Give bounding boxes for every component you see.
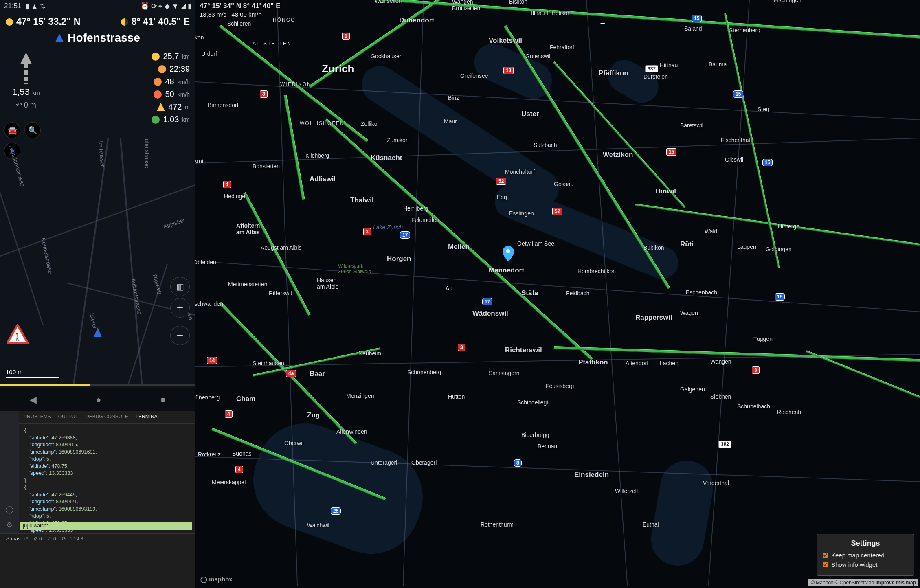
city-label: Hombrechtikon	[577, 268, 616, 274]
city-label: Wangen- Brüttisellen	[452, 0, 480, 11]
language-mode[interactable]: Go 1.14.3	[62, 536, 83, 542]
android-statusbar: 21:51 ▮ ▲ ⇅ ⏰ ⟳ ⌖ ◆ ▼ ◢ ▮	[0, 0, 195, 12]
settings-icon[interactable]: ⚙	[6, 520, 13, 529]
city-label: Wallisellen	[375, 0, 402, 4]
city-label: Steg	[758, 106, 769, 112]
city-label: Egg	[497, 194, 507, 200]
city-label: Bäretswil	[680, 122, 703, 129]
recent-button[interactable]: ■	[160, 395, 166, 405]
city-label: Saland	[684, 25, 702, 32]
ide-statusbar: ⎇ master* ⊘ 0 ⚠ 0 Go 1.14.3	[0, 533, 195, 543]
trip-stats: 25,7km 22:39 48km/h 50km/h 472m 1,03km	[152, 52, 190, 124]
city-label: Volketswil	[489, 37, 522, 45]
city-label: Gossau	[554, 181, 573, 187]
city-label: Hütten	[448, 393, 465, 400]
city-label: Maur	[444, 118, 457, 125]
city-label: Binz	[448, 94, 459, 101]
road-label: Anhaldenstrasse	[8, 145, 26, 188]
tab-terminal[interactable]: TERMINAL	[136, 414, 160, 421]
search-button[interactable]: 🔍	[24, 122, 41, 138]
city-label: Rifferswil	[269, 290, 292, 296]
city-label: Meierskappel	[212, 479, 246, 485]
ide-panel: ◯ ⚙ PROBLEMS OUTPUT DEBUG CONSOLE TERMIN…	[0, 411, 195, 543]
road-shield: 4	[235, 466, 243, 473]
mini-map[interactable]: Im Russer Neuhofstrasse Anhaldenstrasse …	[0, 138, 195, 386]
road-label: Islerer	[89, 312, 99, 329]
longitude: 8° 41' 40.5" E	[132, 16, 190, 27]
road-shield: 1	[342, 33, 350, 40]
city-label: Fehraltorf	[550, 44, 574, 50]
city-label: Wangen	[710, 358, 731, 365]
city-label: Cham	[236, 395, 255, 403]
road-shield: 15	[762, 159, 773, 166]
city-label: Baar	[310, 370, 325, 378]
road-label: Neuhofstrasse	[144, 138, 150, 168]
city-label: Aeschwanden	[195, 301, 223, 307]
stat-eta: 22:39	[169, 64, 190, 74]
city-label: Dübendorf	[399, 16, 434, 24]
map-info-widget: 47° 15' 34" N 8° 41' 40" E 13,33 m/s 48,…	[195, 0, 284, 20]
errors-count[interactable]: ⊘ 0	[34, 536, 42, 542]
tab-output[interactable]: OUTPUT	[58, 414, 78, 421]
city-label: Aeugst am Albis	[261, 244, 301, 251]
tab-debug-console[interactable]: DEBUG CONSOLE	[86, 414, 128, 421]
road-shield: 3	[752, 366, 760, 374]
warnings-count[interactable]: ⚠ 0	[48, 536, 56, 542]
android-navbar: ◀ ● ■	[0, 388, 195, 411]
city-label: Bubikon	[643, 244, 664, 251]
city-label: Goldingen	[766, 246, 792, 252]
city-label: Hedingen	[224, 193, 248, 200]
city-label: Eschenbach	[686, 289, 717, 296]
clock-icon	[158, 65, 166, 73]
show-widget-checkbox[interactable]: Show info widget	[823, 561, 908, 568]
mapbox-logo: mapbox	[200, 576, 233, 583]
city-label: Unterägeri	[371, 459, 397, 466]
back-button[interactable]: ◀	[30, 395, 37, 405]
sun-icon	[6, 18, 13, 26]
city-label: Siebnen	[710, 393, 731, 400]
road-shield: 392	[718, 441, 731, 448]
account-icon[interactable]: ◯	[5, 505, 13, 514]
road-label: Neuhofstrasse	[40, 237, 54, 274]
current-street: Hofenstrasse	[0, 29, 195, 48]
city-label: Hünenberg	[195, 394, 220, 401]
road-shield: 8	[514, 459, 522, 467]
city-label: Schlieren	[227, 20, 251, 27]
road-shield: 13	[503, 67, 514, 74]
status-right-icons: ⏰ ⟳ ⌖ ◆ ▼ ◢ ▮	[141, 2, 191, 11]
city-label: Arni	[195, 158, 203, 165]
info-speed-ms: 13,33 m/s	[200, 11, 226, 18]
svg-text:🚶: 🚶	[13, 333, 22, 342]
city-label: Reichenb	[777, 409, 801, 415]
layers-button[interactable]: ▥	[170, 277, 190, 296]
home-button[interactable]: ●	[96, 395, 101, 405]
city-label: Horgen	[387, 255, 411, 263]
stat-recorded: 1,03	[163, 115, 179, 124]
svg-point-2	[506, 249, 510, 253]
git-branch[interactable]: ⎇ master*	[4, 536, 28, 542]
vehicle-mode-button[interactable]: 🚘	[4, 122, 20, 138]
info-speed-kmh: 48,00 km/h	[231, 11, 261, 18]
city-label: Feusisberg	[546, 383, 574, 389]
city-label: Hintergo	[778, 223, 799, 230]
city-label: Esslingen	[509, 210, 534, 217]
phone-panel: 21:51 ▮ ▲ ⇅ ⏰ ⟳ ⌖ ◆ ▼ ◢ ▮ 47° 15' 33.2" …	[0, 0, 195, 411]
stat-speed: 50	[165, 90, 174, 99]
road-shield: 17	[400, 231, 410, 239]
tmux-status: [0] 0:watch*	[20, 522, 192, 530]
city-label: Sternenberg	[729, 27, 760, 33]
city-label: Rotkreuz	[198, 451, 221, 458]
speed-icon	[154, 90, 162, 99]
city-label: Fischenthal	[721, 137, 750, 143]
tab-problems[interactable]: PROBLEMS	[24, 414, 51, 421]
city-label: Herrliberg	[403, 205, 428, 212]
flag-icon	[152, 53, 160, 61]
stat-remaining: 25,7	[163, 52, 179, 61]
zoom-out-button[interactable]: −	[170, 326, 190, 345]
main-map[interactable]: 47° 15' 34" N 8° 41' 40" E 13,33 m/s 48,…	[195, 0, 920, 588]
city-label: Männedorf	[489, 266, 524, 274]
district-label: WIEDIKON	[280, 81, 312, 87]
city-label: Gutenswil	[525, 53, 550, 59]
keep-centered-checkbox[interactable]: Keep map centered	[823, 552, 908, 559]
zoom-in-button[interactable]: +	[170, 298, 190, 318]
